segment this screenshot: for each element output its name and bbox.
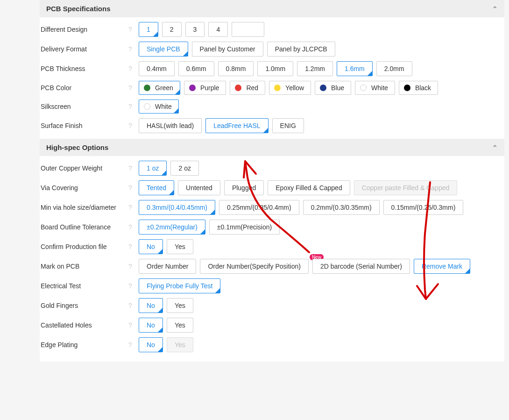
section-title: PCB Specifications <box>46 5 111 13</box>
color-option[interactable]: White <box>355 81 395 95</box>
help-icon[interactable]: ? <box>128 122 139 129</box>
row-surface-finish: Surface Finish ? HASL(with lead)LeadFree… <box>40 114 504 139</box>
option-button[interactable]: 1.6mm <box>337 61 373 76</box>
option-button[interactable]: 4 <box>208 22 228 37</box>
option-button[interactable]: No <box>139 298 163 313</box>
label: Gold Fingers <box>40 302 128 309</box>
option-button[interactable]: ENIG <box>272 118 304 133</box>
option-button[interactable]: Tented <box>139 180 174 195</box>
help-icon[interactable]: ? <box>128 45 139 53</box>
color-option[interactable]: Black <box>399 81 438 95</box>
option-button[interactable]: 2D barcode (Serial Number) <box>312 259 410 274</box>
option-button[interactable]: 0.25mm/(0.35/0.4mm) <box>219 200 299 215</box>
option-button[interactable]: Yes <box>167 239 193 254</box>
option-button[interactable]: 0.4mm <box>139 61 175 76</box>
color-dot-icon <box>235 85 241 91</box>
help-icon[interactable]: ? <box>128 282 139 290</box>
option-button[interactable]: 0.3mm/(0.4/0.45mm) <box>139 200 215 215</box>
row-electrical-test: Electrical Test ? Flying Probe Fully Tes… <box>40 274 504 293</box>
label: Via Covering <box>40 184 128 192</box>
color-option[interactable]: Purple <box>184 81 226 95</box>
section-pcb-spec[interactable]: PCB Specifications ⌃ <box>40 0 504 17</box>
color-dot-icon <box>320 85 326 91</box>
help-icon[interactable]: ? <box>128 341 139 349</box>
color-name: Green <box>155 84 173 92</box>
help-icon[interactable]: ? <box>128 26 139 33</box>
option-button[interactable]: No <box>139 239 163 254</box>
color-dot-icon <box>360 85 367 91</box>
option-button[interactable]: LeadFree HASL <box>205 118 268 133</box>
option-button[interactable]: No <box>139 318 163 333</box>
color-option[interactable]: Green <box>139 81 180 95</box>
row-different-design: Different Design ? 1234 <box>40 17 504 37</box>
option-button[interactable]: Flying Probe Fully Test <box>139 278 220 293</box>
option-button[interactable]: 1 <box>139 22 158 37</box>
option-button[interactable]: No <box>139 337 163 352</box>
label: Confirm Production file <box>40 243 128 250</box>
color-dot-icon <box>404 85 410 91</box>
help-icon[interactable]: ? <box>128 223 139 231</box>
row-pcb-color: PCB Color ? GreenPurpleRedYellowBlueWhit… <box>40 76 504 95</box>
color-dot-icon <box>274 85 281 91</box>
help-icon[interactable]: ? <box>128 321 139 329</box>
chevron-up-icon: ⌃ <box>492 5 498 13</box>
option-button[interactable]: Panel by JLCPCB <box>267 42 335 57</box>
row-gold-fingers: Gold Fingers ? NoYes <box>40 293 504 313</box>
option-button[interactable]: 0.6mm <box>178 61 214 76</box>
option-button[interactable]: ±0.2mm(Regular) <box>139 220 205 235</box>
color-dot-icon <box>189 85 196 91</box>
label: Edge Plating <box>40 341 128 349</box>
help-icon[interactable]: ? <box>128 184 139 192</box>
color-option[interactable]: White <box>139 100 179 114</box>
row-castellated: Castellated Holes ? NoYes <box>40 313 504 333</box>
option-button[interactable]: Order Number(Specify Position) <box>200 259 308 274</box>
option-button[interactable]: Panel by Customer <box>192 42 263 57</box>
help-icon[interactable]: ? <box>128 65 139 72</box>
color-option[interactable]: Blue <box>315 81 351 95</box>
row-copper: Outer Copper Weight ? 1 oz2 oz <box>40 156 504 176</box>
help-icon[interactable]: ? <box>128 263 139 270</box>
color-name: White <box>155 103 172 110</box>
color-dot-icon <box>144 103 150 110</box>
option-button[interactable]: Remove Mark <box>414 259 470 274</box>
help-icon[interactable]: ? <box>128 302 139 309</box>
option-button[interactable]: Single PCB <box>139 42 188 57</box>
row-delivery-format: Delivery Format ? Single PCBPanel by Cus… <box>40 37 504 57</box>
color-name: White <box>371 84 388 92</box>
option-button[interactable]: 1.2mm <box>297 61 333 76</box>
option-button[interactable]: Yes <box>167 298 193 313</box>
option-button[interactable]: HASL(with lead) <box>139 118 202 133</box>
option-button[interactable]: 0.15mm/(0.25/0.3mm) <box>383 200 464 215</box>
label: Different Design <box>40 26 128 33</box>
option-button[interactable]: Order Number <box>139 259 196 274</box>
option-button[interactable]: 1 oz <box>139 161 167 176</box>
option-button[interactable]: Epoxy Filled & Capped <box>268 180 350 195</box>
option-button[interactable]: ±0.1mm(Precision) <box>209 220 280 235</box>
option-button[interactable]: 2.0mm <box>376 61 412 76</box>
color-option[interactable]: Yellow <box>269 81 311 95</box>
row-via-covering: Via Covering ? TentedUntentedPluggedEpox… <box>40 176 504 195</box>
help-icon[interactable]: ? <box>128 243 139 250</box>
color-option[interactable]: Red <box>230 81 265 95</box>
row-tolerance: Board Outline Tolerance ? ±0.2mm(Regular… <box>40 215 504 235</box>
option-button[interactable]: Plugged <box>224 180 264 195</box>
section-high-spec[interactable]: High-spec Options ⌃ <box>40 139 504 156</box>
option-button[interactable]: Untented <box>178 180 220 195</box>
help-icon[interactable]: ? <box>128 103 139 110</box>
option-custom-input[interactable] <box>232 22 264 37</box>
help-icon[interactable]: ? <box>128 204 139 211</box>
help-icon[interactable]: ? <box>128 164 139 172</box>
config-panel: PCB Specifications ⌃ Different Design ? … <box>40 0 504 362</box>
option-button[interactable]: 0.8mm <box>218 61 254 76</box>
option-button[interactable]: 2 oz <box>170 161 198 176</box>
option-button[interactable]: Yes <box>167 318 193 333</box>
row-mark-on-pcb: Mark on PCB ? Order NumberOrder Number(S… <box>40 254 504 274</box>
help-icon[interactable]: ? <box>128 84 139 92</box>
option-button[interactable]: 2 <box>162 22 182 37</box>
label: Mark on PCB <box>40 263 128 270</box>
label: Castellated Holes <box>40 321 128 329</box>
color-name: Black <box>415 84 431 92</box>
option-button[interactable]: 3 <box>185 22 205 37</box>
option-button[interactable]: 0.2mm/(0.3/0.35mm) <box>303 200 380 215</box>
option-button[interactable]: 1.0mm <box>257 61 293 76</box>
